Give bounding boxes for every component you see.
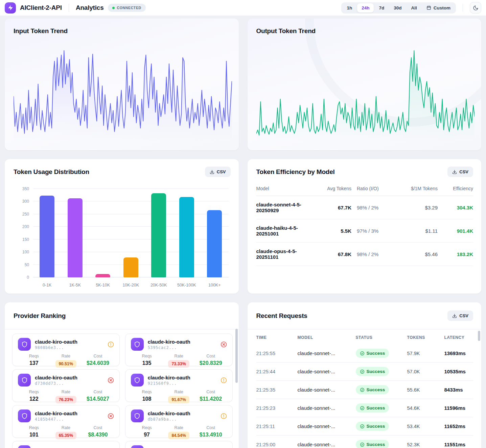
bar-column[interactable]: 5K-10K [95, 189, 110, 277]
request-time: 21:25:23 [256, 405, 298, 411]
y-axis-tick: 100 [16, 250, 29, 254]
provider-name: claude-kiro-oauth [148, 410, 190, 416]
request-tokens: 57.9K [407, 351, 444, 356]
cost-value: $14.5027 [82, 396, 114, 402]
reqs-label: Reqs [18, 354, 50, 358]
reqs-value: 135 [131, 360, 163, 366]
scrollbar-thumb[interactable] [235, 329, 238, 383]
shield-icon [18, 374, 31, 387]
column-header: STATUS [356, 335, 407, 340]
provider-card[interactable]: claude-kiro-oauth 5395cac2... Reqs 135 R… [125, 333, 233, 366]
request-model: claude-sonnet-... [298, 387, 356, 393]
bar-column[interactable]: 50K-100K [179, 189, 194, 277]
csv-export-button[interactable]: CSV [447, 167, 473, 177]
input-trend-chart[interactable] [14, 47, 232, 141]
table-row[interactable]: 21:25:23 claude-sonnet-... Success 54.6K… [256, 399, 473, 417]
cost-value: $11.4202 [195, 396, 227, 402]
rate-badge: 73.33% [168, 360, 189, 368]
cost-per-million-value: $3.29 [392, 205, 438, 210]
table-row[interactable]: 21:25:00 claude-sonnet-... Success 52.3K… [256, 435, 473, 448]
rate-label: Rate [163, 425, 195, 430]
time-range-selector: 1h24h7d30dAll Custom [341, 2, 456, 14]
provider-name: claude-kiro-oauth [35, 339, 77, 345]
table-row[interactable]: 21:25:35 claude-sonnet-... Success 55.6K… [256, 381, 473, 399]
x-axis-label: 20K-50K [151, 283, 167, 288]
rate-label: Rate [50, 354, 82, 358]
bar[interactable] [179, 197, 194, 277]
time-range-button[interactable]: All [407, 3, 421, 13]
shield-icon [131, 374, 144, 387]
page-title: Analytics [76, 4, 104, 11]
bar-column[interactable]: 10K-20K [123, 189, 138, 277]
cost-per-million-value: $5.46 [392, 251, 438, 257]
provider-card[interactable]: claude-kiro-oauth Reqs Rate Cost [12, 441, 120, 448]
provider-card[interactable]: claude-kiro-oauth 4185b447... Reqs 101 R… [12, 405, 120, 438]
x-axis-label: 0-1K [43, 283, 51, 288]
column-header: $/1M Tokens [392, 186, 438, 191]
table-row[interactable]: 21:25:11 claude-sonnet-... Success 53.4K… [256, 417, 473, 435]
bar-column[interactable]: 20K-50K [151, 189, 166, 277]
provider-hash: 9808b6e3... [35, 345, 77, 350]
rate-badge: 76.23% [55, 396, 76, 403]
request-model: claude-sonnet-... [298, 442, 356, 447]
time-range-button[interactable]: 1h [342, 3, 356, 13]
provider-card[interactable]: claude-kiro-oauth 921560f9... Reqs 108 R… [125, 369, 233, 402]
table-row[interactable]: 21:25:44 claude-sonnet-... Success 57.0K… [256, 363, 473, 381]
bar[interactable] [95, 274, 110, 277]
custom-range-button[interactable]: Custom [422, 3, 455, 13]
time-range-button[interactable]: 30d [389, 3, 406, 13]
panel-title: Token Usage Distribution [14, 168, 89, 176]
bar[interactable] [207, 210, 222, 277]
cost-value: $8.4390 [82, 432, 114, 438]
bar[interactable] [151, 193, 166, 277]
provider-name: claude-kiro-oauth [35, 375, 77, 380]
dark-mode-toggle[interactable] [470, 2, 481, 14]
token-distribution-chart[interactable]: 0501001502002503003500-1K1K-5K5K-10K10K-… [33, 189, 229, 277]
moon-icon [473, 5, 479, 11]
bar[interactable] [68, 198, 83, 277]
download-icon [210, 170, 214, 174]
request-tokens: 53.4K [407, 424, 444, 429]
provider-card[interactable]: claude-kiro-oauth db87a9ba... Reqs 97 Ra… [125, 405, 233, 438]
bar-column[interactable]: 100K+ [207, 189, 222, 277]
table-row[interactable]: claude-haiku-4-5-20251001 5.5K 97% / 3% … [256, 219, 473, 243]
bar-column[interactable]: 1K-5K [68, 189, 83, 277]
x-axis-label: 50K-100K [177, 283, 196, 288]
output-token-trend-panel: Output Token Trend [248, 19, 482, 150]
cost-label: Cost [195, 425, 227, 430]
time-range-button[interactable]: 24h [357, 3, 374, 13]
reqs-value: 108 [131, 396, 163, 402]
status-label: Success [367, 424, 385, 429]
table-row[interactable]: 21:25:55 claude-sonnet-... Success 57.9K… [256, 344, 473, 363]
x-axis-label: 100K+ [208, 283, 221, 288]
request-time: 21:25:11 [256, 424, 298, 429]
y-axis-tick: 200 [16, 224, 29, 229]
csv-export-button[interactable]: CSV [205, 167, 231, 177]
reqs-label: Reqs [131, 354, 163, 358]
provider-card[interactable]: claude-kiro-oauth Reqs Rate Cost [125, 441, 233, 448]
scrollbar-thumb[interactable] [478, 331, 480, 341]
time-range-button[interactable]: 7d [374, 3, 389, 13]
request-latency: 11652ms [444, 423, 473, 429]
connection-status-badge: CONNECTED [108, 4, 146, 12]
table-row[interactable]: claude-opus-4-5-20251101 67.8K 98% / 2% … [256, 243, 473, 266]
output-trend-chart[interactable] [256, 47, 475, 141]
io-ratio-value: 98% / 2% [351, 205, 392, 210]
table-row[interactable]: claude-sonnet-4-5-20250929 67.7K 98% / 2… [256, 196, 473, 219]
rate-label: Rate [163, 390, 195, 394]
bar-column[interactable]: 0-1K [40, 189, 54, 277]
csv-export-button[interactable]: CSV [447, 310, 473, 321]
bar[interactable] [123, 257, 138, 277]
provider-card[interactable]: claude-kiro-oauth 9808b6e3... Reqs 137 R… [12, 333, 120, 366]
bar[interactable] [40, 196, 54, 277]
y-axis-tick: 250 [16, 212, 29, 217]
status-badge: Success [356, 385, 389, 394]
shield-icon [131, 409, 144, 422]
provider-hash: db87a9ba... [148, 417, 190, 422]
provider-card[interactable]: claude-kiro-oauth d730dd73... Reqs 122 R… [12, 369, 120, 402]
provider-status-icon [108, 413, 114, 419]
cost-value: $24.6039 [82, 360, 114, 366]
divider [463, 4, 463, 12]
provider-hash: 921560f9... [148, 381, 190, 386]
status-label: Success [367, 442, 385, 447]
